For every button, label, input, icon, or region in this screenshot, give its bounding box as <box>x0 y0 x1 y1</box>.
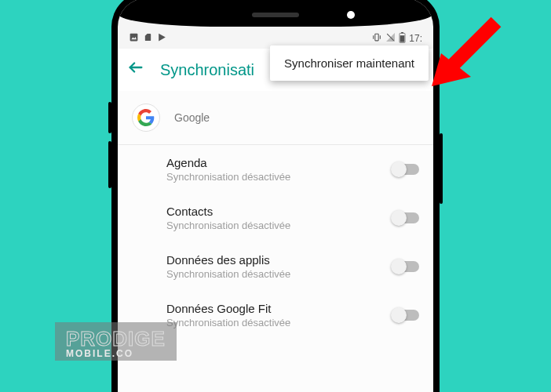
battery-icon <box>399 32 406 45</box>
list-item[interactable]: Agenda Synchronisation désactivée <box>118 145 433 194</box>
play-icon <box>157 32 167 45</box>
svg-rect-9 <box>401 32 403 33</box>
item-title: Contacts <box>166 205 392 218</box>
svg-rect-3 <box>375 34 378 41</box>
volume-up-button <box>108 102 111 133</box>
sync-toggle[interactable] <box>392 212 419 223</box>
sync-toggle[interactable] <box>392 164 419 175</box>
svg-marker-2 <box>159 34 166 42</box>
speaker <box>252 13 299 17</box>
sensor-dot <box>347 11 355 19</box>
back-icon[interactable] <box>127 59 144 81</box>
item-title: Données des applis <box>166 253 392 267</box>
item-subtitle: Synchronisation désactivée <box>166 171 392 183</box>
account-provider-label: Google <box>174 111 210 124</box>
volume-down-button <box>108 141 111 188</box>
list-item[interactable]: Contacts Synchronisation désactivée <box>118 194 433 242</box>
svg-line-12 <box>447 22 496 71</box>
overflow-menu: Synchroniser maintenant <box>270 45 429 81</box>
annotation-arrow-icon <box>418 16 504 94</box>
item-subtitle: Synchronisation désactivée <box>166 268 392 280</box>
account-row[interactable]: Google <box>118 91 433 145</box>
item-subtitle: Synchronisation désactivée <box>166 317 392 328</box>
power-button <box>440 133 443 204</box>
sd-icon <box>144 32 152 45</box>
list-item[interactable]: Données des applis Synchronisation désac… <box>118 242 433 291</box>
item-title: Agenda <box>166 156 392 169</box>
svg-rect-10 <box>400 35 405 42</box>
sync-toggle[interactable] <box>392 310 419 321</box>
no-signal-icon <box>385 32 396 45</box>
svg-rect-0 <box>130 34 138 42</box>
sync-now-menu-item[interactable]: Synchroniser maintenant <box>284 56 414 70</box>
item-title: Données Google Fit <box>166 302 392 315</box>
vibrate-icon <box>371 32 382 45</box>
image-icon <box>129 32 139 45</box>
status-bar: 17: <box>118 30 433 47</box>
page-title: Synchronisati <box>160 61 254 79</box>
item-subtitle: Synchronisation désactivée <box>166 220 392 231</box>
watermark: PRODIGE MOBILE.CO <box>55 322 177 361</box>
sync-toggle[interactable] <box>392 261 419 272</box>
google-icon <box>132 103 160 132</box>
